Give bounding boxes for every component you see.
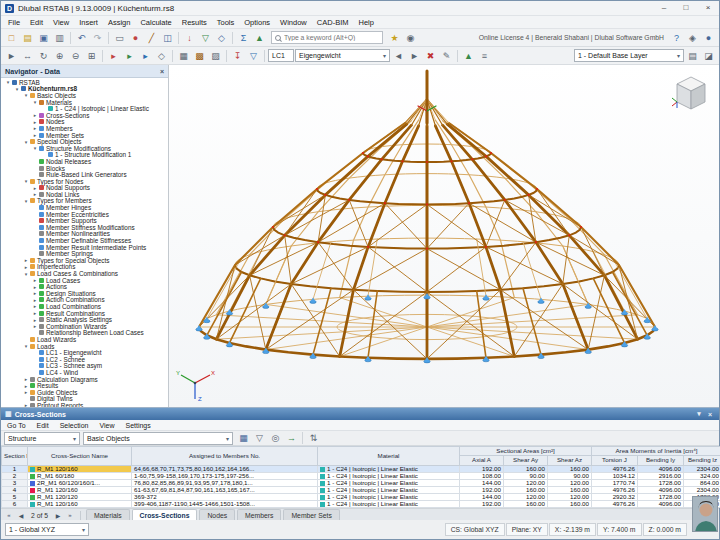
value-cell[interactable]: 192.00 <box>460 501 504 508</box>
value-cell[interactable]: 192.00 <box>460 466 504 473</box>
collapse-icon[interactable]: ▾ <box>22 198 30 204</box>
expand-icon[interactable]: ▸ <box>31 119 39 125</box>
new-member-icon[interactable]: ╱ <box>144 31 159 45</box>
column-header[interactable]: Shear Ay <box>504 456 548 466</box>
model-3d[interactable] <box>169 65 719 407</box>
panel-header[interactable]: ▦ Cross-Sections ▾× <box>1 408 719 420</box>
value-cell[interactable]: 120.00 <box>504 480 548 487</box>
value-cell[interactable]: 90.00 <box>504 473 548 480</box>
collapse-icon[interactable]: ▾ <box>13 86 21 92</box>
previous-page-button[interactable]: ◀ <box>16 512 26 519</box>
expand-icon[interactable]: ▸ <box>22 389 30 395</box>
filter-rows-icon[interactable]: ▽ <box>252 431 267 445</box>
undo-icon[interactable]: ↶ <box>74 31 89 45</box>
search-table-icon[interactable]: ◎ <box>268 431 283 445</box>
edit-loadcases-icon[interactable]: ✎ <box>439 49 454 63</box>
next-page-button[interactable]: ▶ <box>53 512 63 519</box>
delete-loadcase-icon[interactable]: ✖ <box>423 49 438 63</box>
value-cell[interactable]: 4976.26 <box>592 487 638 494</box>
table-row[interactable]: 32R_M1 60/120/160/1...76,80,82,85,86,89,… <box>2 480 720 487</box>
value-cell[interactable]: 1034.12 <box>592 473 638 480</box>
coordinate-system-select[interactable]: 1 - Global XYZ▾ <box>5 523 89 536</box>
tree-item-load-cases[interactable]: ▸Load Cases <box>1 277 168 284</box>
value-cell[interactable]: 2304.00 <box>684 466 720 473</box>
open-model-icon[interactable]: ▤ <box>20 31 35 45</box>
value-cell[interactable]: 4096.00 <box>638 487 684 494</box>
tree-item-relationship-between-load-cases[interactable]: Relationship Between Load Cases <box>1 330 168 337</box>
loadcase-select[interactable]: Eigengewicht▾ <box>295 49 390 62</box>
value-cell[interactable]: 324.00 <box>684 473 720 480</box>
expand-icon[interactable]: ▸ <box>31 277 39 283</box>
collapse-icon[interactable]: ▾ <box>4 79 12 85</box>
menu-view[interactable]: View <box>48 18 74 27</box>
next-loadcase-icon[interactable]: ► <box>407 49 422 63</box>
material-cell[interactable]: 1 - C24 | Isotropic | Linear Elastic <box>318 473 460 480</box>
first-page-button[interactable]: « <box>4 512 14 518</box>
navigation-cube[interactable] <box>671 74 711 118</box>
wireframe-display-icon[interactable]: ▦ <box>176 49 191 63</box>
panel-menu-view[interactable]: View <box>99 422 114 429</box>
minimize-button[interactable]: – <box>653 1 675 15</box>
tree-item-types-for-special-objects[interactable]: ▸Types for Special Objects <box>1 257 168 264</box>
table-row[interactable]: 2R_M1 60/1801-60,75,99-158,169,170,173-1… <box>2 473 720 480</box>
column-header[interactable]: Torsion J <box>592 456 638 466</box>
expand-icon[interactable]: ▸ <box>31 303 39 309</box>
row-number-cell[interactable]: 2 <box>2 473 28 480</box>
material-cell[interactable]: 1 - C24 | Isotropic | Linear Elastic <box>318 494 460 501</box>
value-cell[interactable]: 108.00 <box>460 473 504 480</box>
expand-icon[interactable]: ▸ <box>31 290 39 296</box>
layer-select[interactable]: 1 - Default Base Layer▾ <box>574 49 684 62</box>
table-row[interactable]: 5R_M1 120/120369-3721 - C24 | Isotropic … <box>2 494 720 501</box>
viewport-3d[interactable]: X Y Z <box>169 65 719 407</box>
row-number-cell[interactable]: 5 <box>2 494 28 501</box>
value-cell[interactable]: 120.00 <box>548 494 592 501</box>
column-header[interactable]: Cross-Section Name <box>28 447 132 466</box>
tree-item-guide-objects[interactable]: ▸Guide Objects <box>1 389 168 396</box>
new-hinge-icon[interactable]: ◇ <box>214 31 229 45</box>
title-bar[interactable]: D Dlubal RSTAB | 9.13.0009 | Küchenturm.… <box>1 1 719 16</box>
menu-results[interactable]: Results <box>177 18 212 27</box>
material-cell[interactable]: 1 - C24 | Isotropic | Linear Elastic <box>318 480 460 487</box>
keyword-search[interactable] <box>271 31 383 44</box>
layer-settings-icon[interactable]: ▤ <box>685 49 700 63</box>
dock-icon[interactable]: ▾ <box>694 410 704 418</box>
section-name-cell[interactable]: R_M1 60/180 <box>28 473 132 480</box>
value-cell[interactable]: 160.00 <box>548 466 592 473</box>
menu-calculate[interactable]: Calculate <box>135 18 176 27</box>
value-cell[interactable]: 160.00 <box>504 487 548 494</box>
column-header[interactable]: Shear Az <box>548 456 592 466</box>
export-table-icon[interactable]: → <box>284 431 299 445</box>
section-name-cell[interactable]: R_M1 120/120 <box>28 494 132 501</box>
expand-icon[interactable]: ▸ <box>31 297 39 303</box>
value-cell[interactable]: 4976.26 <box>592 466 638 473</box>
expand-icon[interactable]: ▸ <box>31 125 39 131</box>
menu-insert[interactable]: Insert <box>74 18 103 27</box>
column-header[interactable]: Bending Iz <box>684 456 720 466</box>
table-filter-select[interactable]: Basic Objects▾ <box>83 432 233 445</box>
collapse-icon[interactable]: ▾ <box>22 92 30 98</box>
value-cell[interactable]: 120.00 <box>548 480 592 487</box>
zoom-window-icon[interactable]: ⊞ <box>84 49 99 63</box>
column-header[interactable]: Material <box>318 447 460 466</box>
expand-icon[interactable]: ▸ <box>31 185 39 191</box>
table-row[interactable]: 4R_M1 120/16061-63,67,69,81,84,87,90,161… <box>2 487 720 494</box>
calculate-all-icon[interactable]: Σ <box>236 31 251 45</box>
value-cell[interactable]: 2920.32 <box>592 494 638 501</box>
value-cell[interactable]: 864.00 <box>684 480 720 487</box>
table-row[interactable]: 6R_M1 120/160399-406,1187-1190,1445-1466… <box>2 501 720 508</box>
table-row[interactable]: 1R_M1 120/16064,66,68,70,71,73,75,80,160… <box>2 466 720 473</box>
tree-item-nodal-supports[interactable]: ▸Nodal Supports <box>1 185 168 192</box>
collapse-icon[interactable]: ▾ <box>22 178 30 184</box>
menu-tools[interactable]: Tools <box>212 18 240 27</box>
value-cell[interactable]: 192.00 <box>460 487 504 494</box>
tree-item-cross-sections[interactable]: ▸Cross-Sections <box>1 112 168 119</box>
material-cell[interactable]: 1 - C24 | Isotropic | Linear Elastic <box>318 501 460 508</box>
zoom-out-icon[interactable]: ⊖ <box>68 49 83 63</box>
value-cell[interactable]: 160.00 <box>548 501 592 508</box>
tree-item-member-sets[interactable]: ▸Member Sets <box>1 132 168 139</box>
close-panel-icon[interactable]: × <box>705 411 715 418</box>
menu-file[interactable]: File <box>3 18 25 27</box>
value-cell[interactable]: 4096.00 <box>638 501 684 508</box>
solid-display-icon[interactable]: ▩ <box>192 49 207 63</box>
tree-item-calculation-diagrams[interactable]: ▸Calculation Diagrams <box>1 376 168 383</box>
